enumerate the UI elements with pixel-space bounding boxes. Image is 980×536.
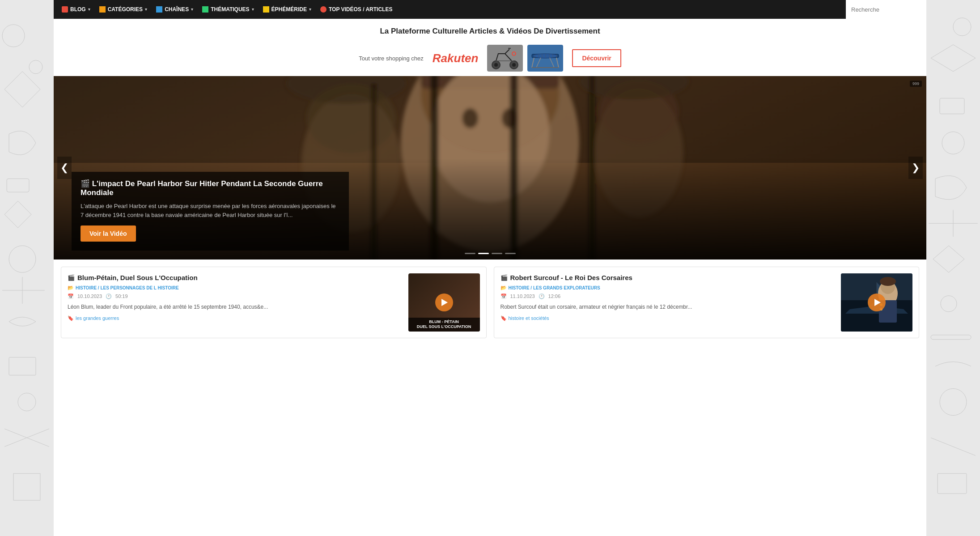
ad-banner: Tout votre shopping chez Rakuten: [54, 40, 926, 76]
svg-point-15: [494, 63, 498, 67]
slider-dot-1[interactable]: [465, 253, 475, 254]
hero-title-bar: 🎬 L'impact De Pearl Harbor Sur Hitler Pe…: [72, 172, 349, 251]
nav-item-ephemeride[interactable]: ÉPHÉMÉRIDE ▾: [259, 4, 315, 15]
svg-point-0: [2, 25, 25, 47]
svg-point-18: [512, 52, 516, 55]
svg-line-22: [556, 58, 559, 68]
ephemeride-icon: [263, 6, 269, 13]
svg-line-23: [536, 58, 541, 68]
nav-item-top[interactable]: TOP VIDÉOS / ARTICLES: [317, 4, 396, 15]
nav-thematiques-label: THÉMATIQUES: [211, 6, 249, 13]
card-2-tag-icon: 🔖: [501, 315, 507, 321]
svg-point-3: [9, 246, 36, 272]
card-1-film-icon: 🎬: [68, 274, 75, 281]
card-2-calendar-icon: 📅: [501, 294, 507, 299]
svg-point-8: [942, 132, 964, 154]
svg-point-1: [29, 60, 42, 74]
card-1-description: Léon Blum, leader du Front populaire, a …: [68, 303, 402, 311]
slider-prev-button[interactable]: ❮: [57, 157, 72, 179]
discover-button[interactable]: Découvrir: [572, 49, 621, 67]
card-1-clock-icon: 🕐: [106, 294, 112, 299]
card-1-cat-icon: 📂: [68, 285, 74, 291]
svg-point-6: [953, 18, 971, 36]
card-1-tag[interactable]: 🔖 les grandes guerres: [68, 315, 402, 321]
right-decoration: [926, 0, 980, 536]
card-1-tag-icon: 🔖: [68, 315, 74, 321]
chaines-icon: [156, 6, 162, 13]
slider-dot-3[interactable]: [492, 253, 502, 254]
card-2-film-icon: 🎬: [501, 274, 508, 281]
navbar: BLOG ▾ CATÉGORIES ▾ CHAÎNES ▾ THÉMATIQUE…: [54, 0, 926, 19]
card-1-meta: 📅 10.10.2023 🕐 50:19: [68, 294, 402, 299]
thematiques-chevron-icon: ▾: [252, 7, 254, 12]
card-2-title: Robert Surcouf - Le Roi Des Corsaires: [510, 273, 632, 282]
nav-blog-label: BLOG: [70, 6, 86, 13]
hero-watch-button[interactable]: Voir la Vidéo: [81, 225, 136, 242]
nav-items: BLOG ▾ CATÉGORIES ▾ CHAÎNES ▾ THÉMATIQUE…: [58, 4, 922, 15]
categories-chevron-icon: ▾: [145, 7, 147, 12]
nav-categories-label: CATÉGORIES: [108, 6, 143, 13]
card-2: 🎬 Robert Surcouf - Le Roi Des Corsaires …: [494, 267, 920, 338]
thematiques-icon: [202, 6, 208, 13]
card-1-date: 10.10.2023: [77, 294, 102, 299]
svg-rect-7: [940, 98, 964, 114]
categories-icon: [99, 6, 106, 13]
card-2-category: 📂 HISTOIRE / LES GRANDS EXPLORATEURS: [501, 285, 835, 291]
svg-line-21: [532, 58, 534, 68]
card-2-thumbnail[interactable]: [841, 273, 912, 332]
svg-point-9: [941, 296, 957, 312]
card-2-cat-icon: 📂: [501, 285, 507, 291]
search-input[interactable]: [846, 0, 926, 19]
cards-section: 🎬 Blum-Pétain, Duel Sous L'Occupation 📂 …: [54, 259, 926, 345]
nav-item-categories[interactable]: CATÉGORIES ▾: [96, 4, 151, 15]
hero-description: L'attaque de Pearl Harbor est une attaqu…: [81, 202, 340, 219]
svg-point-20: [533, 54, 558, 58]
hero-watermark: 999: [910, 81, 922, 87]
card-2-play-button[interactable]: [868, 294, 886, 311]
card-2-meta: 📅 11.10.2023 🕐 12:06: [501, 294, 835, 299]
svg-line-24: [550, 58, 554, 68]
nav-ephemeride-label: ÉPHÉMÉRIDE: [272, 6, 307, 13]
blog-icon: [62, 6, 68, 13]
card-2-description: Robert Surcouf était un corsaire, armate…: [501, 303, 835, 311]
blog-chevron-icon: ▾: [88, 7, 90, 12]
card-2-duration: 12:06: [548, 294, 561, 299]
hero-overlay: 🎬 L'impact De Pearl Harbor Sur Hitler Pe…: [54, 158, 926, 259]
slider-dot-2[interactable]: [478, 253, 489, 254]
card-1-play-button[interactable]: [435, 294, 453, 311]
svg-point-40: [462, 108, 478, 128]
nav-chaines-label: CHAÎNES: [165, 6, 189, 13]
top-icon: [320, 6, 327, 13]
card-1-thumbnail[interactable]: BLUM - PÉTAINDUEL SOUS L'OCCUPATION: [408, 273, 480, 332]
nav-item-blog[interactable]: BLOG ▾: [58, 4, 94, 15]
card-2-clock-icon: 🕐: [539, 294, 545, 299]
nav-top-label: TOP VIDÉOS / ARTICLES: [329, 6, 392, 13]
film-icon: 🎬: [81, 179, 90, 188]
ad-logo: Rakuten: [433, 51, 479, 65]
hero-slider: 999 ❮ ❯ 🎬 L'impact De Pearl Harbor Sur H…: [54, 76, 926, 259]
svg-rect-10: [931, 335, 971, 340]
card-1-duration: 50:19: [115, 294, 128, 299]
slider-dots: [465, 253, 516, 254]
svg-point-60: [880, 277, 896, 286]
card-2-title-row: 🎬 Robert Surcouf - Le Roi Des Corsaires: [501, 273, 835, 282]
slider-next-button[interactable]: ❯: [908, 157, 923, 179]
search-box[interactable]: [846, 0, 926, 19]
nav-item-thematiques[interactable]: THÉMATIQUES ▾: [199, 4, 257, 15]
slider-dot-4[interactable]: [505, 253, 516, 254]
left-decoration: [0, 0, 54, 536]
chaines-chevron-icon: ▾: [191, 7, 193, 12]
ad-images: [487, 45, 563, 72]
svg-rect-4: [9, 357, 36, 375]
card-2-tag[interactable]: 🔖 histoire et sociétés: [501, 315, 835, 321]
scooter-image: [487, 45, 523, 72]
card-1-calendar-icon: 📅: [68, 294, 74, 299]
svg-rect-2: [7, 179, 29, 192]
card-1-content: 🎬 Blum-Pétain, Duel Sous L'Occupation 📂 …: [68, 273, 402, 332]
card-1-thumb-label: BLUM - PÉTAINDUEL SOUS L'OCCUPATION: [408, 318, 480, 332]
trampoline-image: [527, 45, 563, 72]
trampoline-svg: [530, 46, 561, 71]
nav-item-chaines[interactable]: CHAÎNES ▾: [153, 4, 197, 15]
card-1: 🎬 Blum-Pétain, Duel Sous L'Occupation 📂 …: [61, 267, 487, 338]
card-2-content: 🎬 Robert Surcouf - Le Roi Des Corsaires …: [501, 273, 835, 332]
